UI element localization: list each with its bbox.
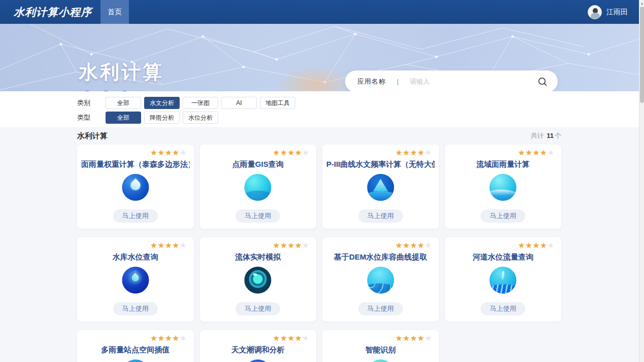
app-icon-glyph (490, 190, 517, 201)
star-filled-icon: ★ (403, 334, 410, 342)
star-empty-icon: ★ (548, 241, 555, 249)
app-card[interactable]: ★★★★★ 点雨量GIS查询 马上使用 (200, 144, 317, 229)
search-icon[interactable] (537, 77, 548, 87)
star-rating: ★★★★★ (518, 241, 555, 249)
filter-row-category: 类别 全部水文分析一张图AI地图工具 (77, 97, 298, 109)
star-rating: ★★★★★ (395, 149, 432, 156)
use-now-button[interactable]: 马上使用 (113, 209, 158, 223)
star-filled-icon: ★ (165, 148, 172, 157)
search-category-label[interactable]: 应用名称 (357, 77, 386, 86)
star-empty-icon: ★ (180, 148, 187, 157)
filter-chip[interactable]: 水位分析 (183, 112, 218, 124)
search-input[interactable] (410, 78, 537, 85)
star-empty-icon: ★ (425, 241, 432, 249)
search-separator: | (397, 78, 398, 85)
star-empty-icon: ★ (425, 334, 432, 342)
app-icon-glyph (128, 178, 142, 192)
app-icon (367, 174, 394, 201)
app-card-grid: ★★★★★ 面雨量权重计算（泰森多边形法） 马上使用 ★★★★★ 点雨量GIS查… (77, 144, 561, 362)
filter-panel: 类别 全部水文分析一张图AI地图工具 类型 全部降雨分析水位分析 (0, 91, 639, 127)
app-icon (245, 267, 272, 294)
vertical-scrollbar[interactable]: ▲ (639, 0, 644, 362)
star-rating: ★★★★★ (150, 149, 187, 156)
star-filled-icon: ★ (150, 334, 157, 342)
user-name: 江雨田 (606, 8, 628, 17)
star-filled-icon: ★ (533, 241, 540, 249)
app-card[interactable]: ★★★★★ 水库水位查询 马上使用 (77, 237, 194, 321)
star-rating: ★★★★★ (273, 149, 310, 156)
nav-tab-home[interactable]: 首页 (100, 0, 129, 24)
star-filled-icon: ★ (403, 148, 410, 157)
star-filled-icon: ★ (418, 241, 425, 249)
use-now-button[interactable]: 马上使用 (235, 209, 280, 223)
user-avatar[interactable] (588, 5, 602, 19)
use-now-button[interactable]: 马上使用 (358, 209, 403, 223)
app-card[interactable]: ★★★★★ 流体实时模拟 马上使用 (200, 237, 317, 321)
app-card[interactable]: ★★★★★ 天文潮调和分析 马上使用 (200, 330, 317, 362)
star-filled-icon: ★ (280, 334, 287, 342)
star-filled-icon: ★ (158, 148, 165, 157)
app-card[interactable]: ★★★★★ 基于DEM水位库容曲线提取 马上使用 (322, 237, 439, 321)
star-rating: ★★★★★ (273, 334, 310, 342)
app-icon (122, 174, 149, 201)
star-filled-icon: ★ (158, 241, 165, 249)
app-icon (245, 174, 272, 201)
app-card-title: 智能识别 (326, 345, 435, 355)
filter-chip[interactable]: AI (221, 97, 257, 109)
filter-chip[interactable]: 全部 (106, 112, 141, 124)
app-card[interactable]: ★★★★★ 河道水位流量查询 马上使用 (445, 237, 562, 321)
main-content: 水利计算 共计 11个 ★★★★★ 面雨量权重计算（泰森多边形法） 马上使用 ★… (77, 127, 561, 362)
app-card[interactable]: ★★★★★ 智能识别 马上使用 (322, 330, 439, 362)
app-card[interactable]: ★★★★★ 多雨量站点空间插值 马上使用 (77, 330, 194, 362)
star-filled-icon: ★ (158, 334, 165, 342)
app-card-title: 多雨量站点空间插值 (81, 345, 190, 355)
star-filled-icon: ★ (173, 241, 180, 249)
star-filled-icon: ★ (165, 241, 172, 249)
filter-chip[interactable]: 一张图 (183, 97, 218, 109)
star-filled-icon: ★ (410, 148, 417, 157)
star-filled-icon: ★ (518, 241, 525, 249)
count-prefix: 共计 (531, 132, 544, 139)
star-filled-icon: ★ (540, 148, 547, 157)
filter-chip[interactable]: 地图工具 (260, 97, 295, 109)
app-icon (122, 267, 149, 294)
app-card-title: 流体实时模拟 (204, 252, 313, 262)
app-card-title: P-III曲线水文频率计算（无特大值） (326, 160, 435, 169)
filter-chip[interactable]: 水文分析 (144, 97, 180, 109)
app-logo: 水利计算小程序 (0, 5, 91, 19)
star-filled-icon: ★ (525, 148, 532, 157)
star-filled-icon: ★ (518, 148, 525, 157)
filter-chips-category: 全部水文分析一张图AI地图工具 (106, 97, 298, 109)
filter-chip[interactable]: 全部 (106, 97, 141, 109)
star-empty-icon: ★ (548, 148, 555, 157)
count-suffix: 个 (555, 132, 561, 139)
nav-tab-home-label: 首页 (108, 8, 122, 17)
user-menu[interactable]: 江雨田 (588, 0, 639, 24)
star-filled-icon: ★ (295, 148, 302, 157)
scrollbar-thumb[interactable] (640, 7, 644, 103)
app-card[interactable]: ★★★★★ 流域面雨量计算 马上使用 (445, 144, 562, 229)
star-empty-icon: ★ (302, 148, 310, 157)
section-title: 水利计算 (77, 131, 108, 141)
star-filled-icon: ★ (533, 148, 540, 157)
app-icon-glyph (490, 284, 517, 294)
use-now-button[interactable]: 马上使用 (481, 209, 525, 223)
app-card[interactable]: ★★★★★ 面雨量权重计算（泰森多边形法） 马上使用 (77, 144, 194, 229)
use-now-button[interactable]: 马上使用 (481, 302, 525, 315)
scrollbar-up-arrow[interactable]: ▲ (639, 1, 644, 6)
star-filled-icon: ★ (295, 241, 302, 249)
use-now-button[interactable]: 马上使用 (358, 302, 403, 315)
star-filled-icon: ★ (288, 334, 295, 342)
app-card[interactable]: ★★★★★ P-III曲线水文频率计算（无特大值） 马上使用 (322, 144, 439, 229)
app-icon (367, 359, 394, 362)
star-rating: ★★★★★ (395, 334, 432, 342)
app-icon-glyph (253, 273, 257, 276)
count-value: 11 (547, 132, 554, 139)
use-now-button[interactable]: 马上使用 (113, 302, 158, 315)
filter-chip[interactable]: 降雨分析 (144, 112, 180, 124)
use-now-button[interactable]: 马上使用 (235, 302, 280, 315)
app-icon-glyph (373, 179, 388, 191)
filter-label-type: 类型 (77, 113, 106, 122)
app-card-title: 基于DEM水位库容曲线提取 (326, 252, 435, 262)
star-filled-icon: ★ (410, 334, 417, 342)
